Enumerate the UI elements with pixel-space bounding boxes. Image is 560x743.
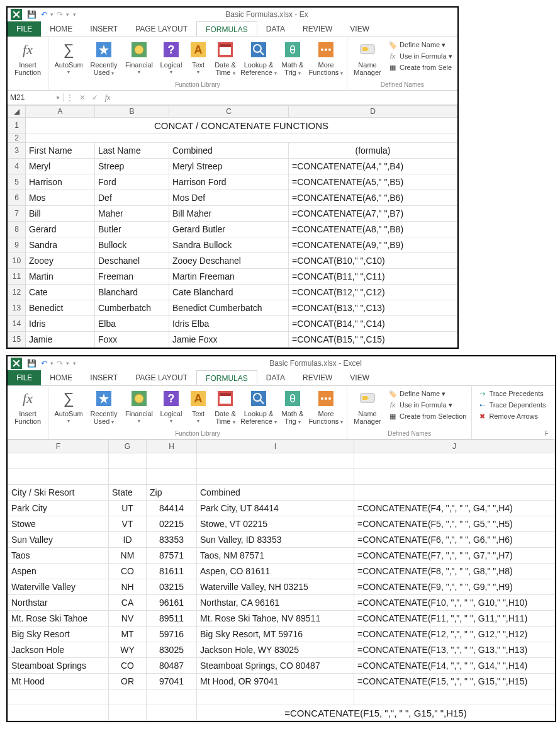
insert-function-button[interactable]: fx InsertFunction [10,387,45,426]
cell[interactable]: Zip [147,485,197,501]
redo-caret-icon[interactable]: ▾ [66,360,69,366]
cell[interactable]: 84414 [147,501,197,516]
cell[interactable]: =CONCATENATE(A5," ",B5) [289,174,457,190]
cell[interactable]: =CONCATENATE(A8," ",B8) [289,222,457,237]
cell[interactable]: =CONCATENATE(F14, ",", " ", G14," ",H14) [354,658,555,674]
cell[interactable]: Mt. Rose Ski Tahoe [8,611,109,627]
cell[interactable] [147,469,197,485]
math-button[interactable]: θ Math &Trig ▾ [277,38,308,79]
remove-arrows-button[interactable]: ✖Remove Arrows [477,411,546,421]
cell[interactable] [354,485,555,501]
cell[interactable]: Mos Def [169,190,289,206]
cell[interactable]: UT [109,501,147,516]
tab-page-layout[interactable]: PAGE LAYOUT [126,370,196,385]
more-functions-button[interactable]: MoreFunctions ▾ [308,387,344,428]
use-in-formula-button[interactable]: fxUse in Formula ▾ [388,51,452,61]
cell[interactable]: Aspen, CO 81611 [197,564,354,579]
autosum-button[interactable]: ∑ AutoSum▾ [51,38,86,77]
cell[interactable] [8,705,109,721]
redo-caret-icon[interactable]: ▾ [66,11,69,18]
tab-home[interactable]: HOME [41,21,81,37]
cell[interactable] [197,689,354,705]
cell[interactable]: Meryl [26,159,95,174]
cell[interactable]: =CONCATENATE(A6," ",B6) [289,190,457,206]
lookup-button[interactable]: Lookup &Reference ▾ [240,38,277,79]
cell[interactable]: 83025 [147,642,197,658]
row-header[interactable]: 7 [8,206,26,222]
cell[interactable]: =CONCATENATE(A4," ",B4) [289,159,457,174]
autosum-button[interactable]: ∑AutoSum▾ [51,387,86,426]
enter-icon[interactable]: ✓ [89,93,101,102]
cell[interactable]: Gerard [26,222,95,237]
cell[interactable]: Cate Blanchard [169,285,289,300]
cell[interactable]: 89511 [147,611,197,627]
save-icon[interactable]: 💾 [25,359,38,368]
row-header[interactable]: 1 [8,118,26,133]
cell[interactable] [354,689,555,705]
cancel-icon[interactable]: ✕ [76,93,89,102]
tab-data[interactable]: DATA [257,370,294,385]
cell[interactable]: Mos [26,190,95,206]
redo-icon[interactable]: ↷ [53,359,66,368]
cell[interactable]: =CONCATENATE(F7, ",", " ", G7," ",H7) [354,548,555,564]
cell[interactable]: Jamie [26,332,95,348]
name-box[interactable]: M21▼ [8,93,64,102]
cell[interactable]: NH [109,579,147,595]
recently-used-button[interactable]: RecentlyUsed ▾ [86,387,121,428]
cell[interactable]: Bill Maher [169,206,289,222]
cell[interactable]: =CONCATENATE(F11, ",", " ", G11," ",H11) [354,611,555,627]
insert-function-button[interactable]: fx InsertFunction [10,38,45,77]
cell[interactable]: ID [109,532,147,548]
cell[interactable]: Combined [197,485,354,501]
cell[interactable]: MT [109,627,147,642]
cell[interactable]: Mt Hood, OR 97041 [197,674,354,689]
name-manager-button[interactable]: NameManager [350,387,385,426]
tab-file[interactable]: FILE [8,370,41,385]
trace-dependents-button[interactable]: ⇠Trace Dependents [477,400,546,410]
cell[interactable]: Big Sky Resort, MT 59716 [197,627,354,642]
row-header[interactable]: 9 [8,237,26,253]
worksheet-grid-1[interactable]: ◢ A B C D 1CONCAT / CONCATENATE FUNCTION… [8,105,457,348]
cell[interactable]: =CONCATENATE(F6, ",", " ", G6," ",H6) [354,532,555,548]
logical-button[interactable]: ?Logical▾ [157,387,186,426]
tab-file[interactable]: FILE [8,21,41,37]
create-from-selection-button[interactable]: ▦Create from Sele [388,62,452,72]
name-manager-button[interactable]: NameManager [350,38,385,77]
cell[interactable]: =CONCATENATE(F8, ",", " ", G8," ",H8) [354,564,555,579]
tab-review[interactable]: REVIEW [294,370,341,385]
tab-view[interactable]: VIEW [341,21,378,37]
tab-view[interactable]: VIEW [341,370,378,385]
cell[interactable]: =CONCATENATE(A9," ",B9) [289,237,457,253]
row-header[interactable]: 3 [8,143,26,159]
cell[interactable]: 59716 [147,627,197,642]
cell[interactable]: NV [109,611,147,627]
more-functions-button[interactable]: MoreFunctions ▾ [308,38,344,79]
tab-insert[interactable]: INSERT [81,370,126,385]
cell[interactable]: =CONCAT(B11," ",C11) [289,269,457,285]
cell[interactable] [147,705,197,721]
col-header[interactable]: C [169,106,289,118]
row-header[interactable]: 11 [8,269,26,285]
financial-button[interactable]: Financial▾ [121,387,157,426]
cell[interactable]: Sandra Bullock [169,237,289,253]
cell[interactable]: Elba [95,316,169,332]
tab-review[interactable]: REVIEW [294,21,341,37]
cell[interactable]: Northstar [8,595,109,611]
text-button[interactable]: AText▾ [186,387,211,426]
cell[interactable]: Waterville Valley [8,579,109,595]
row-header[interactable]: 10 [8,253,26,269]
cell-colored-formula[interactable]: =CONCATENATE(F15, ",", " ", G15," ",H15) [197,705,555,721]
cell[interactable]: Def [95,190,169,206]
cell[interactable]: Jamie Foxx [169,332,289,348]
trace-precedents-button[interactable]: ⇢Trace Precedents [477,389,546,399]
cell[interactable]: Taos, NM 87571 [197,548,354,564]
save-icon[interactable]: 💾 [25,10,38,19]
cell[interactable]: Martin [26,269,95,285]
cell[interactable]: 02215 [147,516,197,532]
cell[interactable]: 96161 [147,595,197,611]
col-header[interactable]: G [109,440,147,453]
cell[interactable]: =CONCAT(B14," ",C14) [289,316,457,332]
cell[interactable]: Stowe [8,516,109,532]
tab-insert[interactable]: INSERT [81,21,126,37]
cell[interactable]: Gerard Butler [169,222,289,237]
